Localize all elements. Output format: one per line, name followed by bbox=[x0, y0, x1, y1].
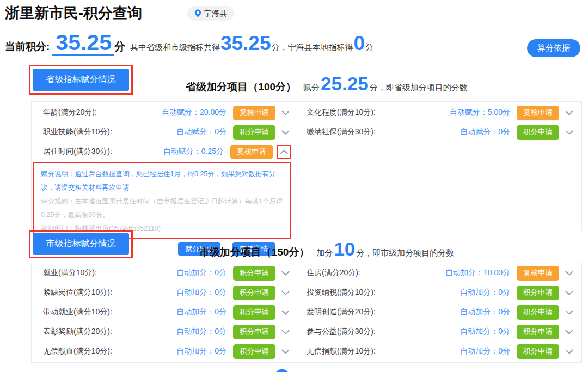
points-apply-button[interactable]: 积分申请 bbox=[517, 325, 559, 339]
score-row: 居住时间(满分30分):自动赋分：0.25分复核申请 bbox=[32, 142, 298, 162]
local-score-value: 0 bbox=[354, 33, 365, 53]
score-row: 缴纳社保(满分30分):自动赋分：0分积分申请 bbox=[298, 122, 581, 142]
chevron-down-icon[interactable] bbox=[563, 326, 575, 338]
score-row: 无偿捐献(满分10分):自动加分：0分积分申请 bbox=[298, 342, 581, 361]
city-score-suffix: 分，即市级加分项目的分数 bbox=[356, 248, 454, 258]
chevron-down-icon[interactable] bbox=[563, 287, 575, 299]
chevron-down-icon[interactable] bbox=[279, 107, 291, 119]
score-row: 投资纳税(满分10分):自动加分：0分积分申请 bbox=[298, 283, 581, 302]
review-apply-button[interactable]: 复核申请 bbox=[517, 266, 559, 281]
chevron-down-icon[interactable] bbox=[563, 306, 575, 318]
score-row: 紧缺岗位(满分10分):自动加分：0分积分申请 bbox=[32, 283, 298, 302]
indicator-label: 发明创造(满分20分): bbox=[307, 307, 376, 317]
city-section-title: 市级加分项目（150分） bbox=[199, 245, 310, 259]
auto-score-value: 自动加分：0分 bbox=[460, 307, 510, 317]
location-badge[interactable]: 宁海县 bbox=[187, 6, 234, 21]
score-unit: 分 bbox=[114, 39, 125, 54]
indicator-label: 住房(满分20分): bbox=[307, 268, 360, 278]
auto-score-value: 自动加分：0分 bbox=[460, 327, 510, 337]
points-apply-button[interactable]: 积分申请 bbox=[233, 125, 275, 140]
score-row: 职业技能(满分10分):自动赋分：0分积分申请 bbox=[32, 122, 298, 142]
city-score-value: 10 bbox=[334, 239, 355, 258]
indicator-label: 带动就业(满分10分): bbox=[43, 307, 112, 317]
review-apply-button[interactable]: 复核申请 bbox=[230, 145, 273, 159]
auto-score-value: 自动加分：0分 bbox=[176, 288, 226, 297]
auto-score-value: 自动加分：0分 bbox=[176, 327, 226, 337]
indicator-label: 参与公益(满分30分): bbox=[307, 327, 376, 337]
points-query-page: 浙里新市民-积分查询 宁海县 当前积分: 35.25 分 其中省级和市级指标共得… bbox=[0, 0, 588, 372]
points-apply-button[interactable]: 积分申请 bbox=[233, 266, 275, 281]
chevron-down-icon[interactable] bbox=[563, 126, 575, 138]
score-row: 参与公益(满分30分):自动加分：0分积分申请 bbox=[298, 322, 581, 342]
chevron-down-icon[interactable] bbox=[563, 107, 575, 119]
score-row: 就业(满分10分):自动加分：0分积分申请 bbox=[32, 263, 298, 283]
points-apply-button[interactable]: 积分申请 bbox=[233, 305, 275, 320]
city-indicator-tag-button[interactable]: 市级指标赋分情况 bbox=[33, 233, 129, 255]
review-apply-button[interactable]: 复核申请 bbox=[233, 106, 275, 120]
points-apply-button[interactable]: 积分申请 bbox=[233, 325, 275, 339]
location-label: 宁海县 bbox=[204, 9, 227, 18]
auto-score-value: 自动加分：0分 bbox=[176, 268, 226, 278]
province-left-column: 年龄(满分20分):自动赋分：20.00分复核申请职业技能(满分10分):自动赋… bbox=[32, 102, 298, 231]
score-row: 表彰奖励(满分20分):自动加分：0分积分申请 bbox=[32, 322, 298, 342]
province-score-table: 年龄(满分20分):自动赋分：20.00分复核申请职业技能(满分10分):自动赋… bbox=[31, 101, 582, 231]
auto-score-value: 自动赋分：5.00分 bbox=[450, 108, 510, 117]
city-section-header: 市级加分项目（150分） 加分 10 分，即市级加分项目的分数 bbox=[136, 239, 517, 259]
indicator-label: 投资纳税(满分10分): bbox=[307, 288, 376, 297]
breakdown-suffix: 分 bbox=[365, 42, 373, 53]
score-row: 无偿献血(满分10分):自动加分：0分积分申请 bbox=[32, 342, 298, 361]
indicator-label: 就业(满分10分): bbox=[43, 268, 97, 278]
city-score-table: 就业(满分10分):自动加分：0分积分申请紧缺岗位(满分10分):自动加分：0分… bbox=[31, 262, 582, 363]
breakdown-prefix: 其中省级和市级指标共得 bbox=[130, 42, 220, 53]
indicator-label: 年龄(满分20分): bbox=[43, 108, 97, 117]
detail-explanation: 赋分说明：通过后台数据查询，您已经居住1月，得0.25分，如果您对数据有异议，请… bbox=[41, 168, 284, 195]
score-row: 住房(满分20分):自动加分：10.00分复核申请 bbox=[298, 263, 581, 283]
current-score-line: 当前积分: 35.25 分 其中省级和市级指标共得 35.25 分，宁海县本地指… bbox=[5, 32, 373, 56]
chevron-down-icon[interactable] bbox=[279, 267, 291, 279]
chevron-down-icon[interactable] bbox=[563, 267, 575, 279]
province-section-title: 省级加分项目（100分） bbox=[186, 80, 296, 94]
indicator-label: 居住时间(满分30分): bbox=[43, 147, 112, 157]
province-score-value: 25.25 bbox=[321, 74, 369, 93]
points-apply-button[interactable]: 积分申请 bbox=[233, 344, 275, 359]
score-row: 文化程度(满分10分):自动赋分：5.00分复核申请 bbox=[298, 103, 581, 122]
indicator-label: 紧缺岗位(满分10分): bbox=[43, 288, 112, 297]
auto-score-value: 自动赋分：20.00分 bbox=[162, 108, 226, 117]
chevron-down-icon[interactable] bbox=[563, 345, 575, 357]
chevron-down-icon[interactable] bbox=[279, 326, 291, 338]
province-right-column: 文化程度(满分10分):自动赋分：5.00分复核申请缴纳社保(满分30分):自动… bbox=[298, 102, 581, 231]
score-basis-button[interactable]: 算分依据 bbox=[527, 39, 580, 57]
points-apply-button[interactable]: 积分申请 bbox=[517, 305, 559, 320]
indicator-label: 表彰奖励(满分20分): bbox=[43, 327, 112, 337]
city-score-prefix: 加分 bbox=[316, 248, 333, 258]
detail-rule: 评分规则：在本省范围累计居住时间（自申报居住登记之日起计算）每满1个月得0.25… bbox=[41, 195, 284, 222]
annotation-box-detail-panel: 赋分说明：通过后台数据查询，您已经居住1月，得0.25分，如果您对数据有异议，请… bbox=[33, 162, 291, 239]
indicator-label: 无偿献血(满分10分): bbox=[43, 346, 112, 356]
chevron-down-icon[interactable] bbox=[279, 345, 291, 357]
chevron-down-icon[interactable] bbox=[279, 126, 291, 138]
points-apply-button[interactable]: 积分申请 bbox=[517, 344, 559, 359]
auto-score-value: 自动赋分：0.25分 bbox=[163, 147, 224, 157]
review-apply-button[interactable]: 复核申请 bbox=[517, 106, 559, 120]
auto-score-value: 自动赋分：0分 bbox=[176, 127, 226, 137]
province-section-header: 省级加分项目（100分） 赋分 25.25 分，即省级加分项目的分数 bbox=[136, 74, 517, 94]
indicator-label: 文化程度(满分10分): bbox=[307, 108, 376, 117]
header-divider bbox=[31, 63, 582, 63]
points-apply-button[interactable]: 积分申请 bbox=[233, 286, 275, 300]
indicator-label: 无偿捐献(满分10分): bbox=[307, 346, 376, 356]
auto-score-value: 自动加分：0分 bbox=[460, 346, 510, 356]
current-score-value: 35.25 bbox=[52, 32, 114, 56]
cutoff-next-section-score bbox=[275, 369, 289, 372]
chevron-down-icon[interactable] bbox=[279, 306, 291, 318]
score-row: 带动就业(满分10分):自动加分：0分积分申请 bbox=[32, 302, 298, 322]
auto-score-value: 自动加分：10.00分 bbox=[445, 268, 510, 278]
points-apply-button[interactable]: 积分申请 bbox=[517, 125, 559, 140]
chevron-up-icon[interactable] bbox=[277, 145, 291, 159]
chevron-down-icon[interactable] bbox=[279, 287, 291, 299]
indicator-label: 职业技能(满分10分): bbox=[43, 127, 112, 137]
auto-score-value: 自动加分：0分 bbox=[176, 307, 226, 317]
combined-score-value: 35.25 bbox=[220, 33, 271, 53]
points-apply-button[interactable]: 积分申请 bbox=[517, 286, 559, 300]
province-score-suffix: 分，即省级加分项目的分数 bbox=[370, 83, 468, 93]
province-indicator-tag-button[interactable]: 省级指标赋分情况 bbox=[33, 69, 129, 91]
